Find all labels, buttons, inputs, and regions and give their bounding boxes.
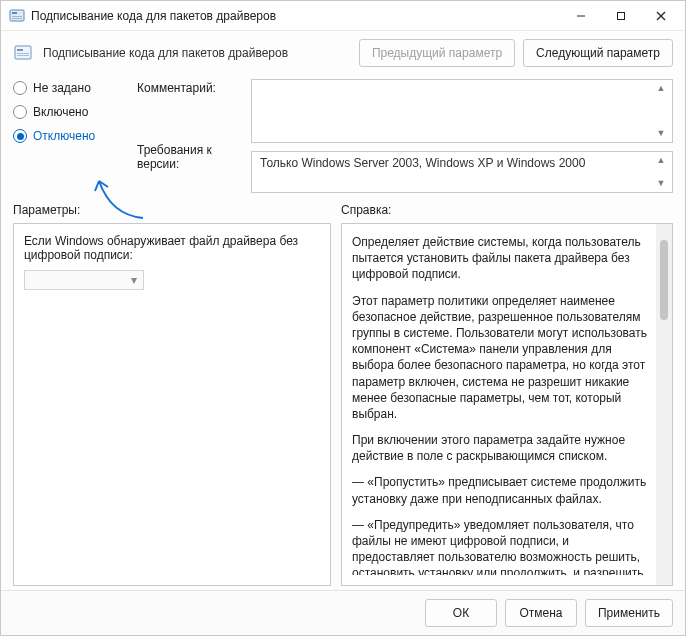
radio-not-configured[interactable]: Не задано <box>13 81 133 95</box>
supported-label: Требования к версии: <box>137 143 247 171</box>
options-pane: Если Windows обнаруживает файл драйвера … <box>13 223 331 586</box>
close-button[interactable] <box>641 2 681 30</box>
maximize-button[interactable] <box>601 2 641 30</box>
help-paragraph: — «Пропустить» предписывает системе прод… <box>352 474 648 506</box>
help-paragraph: При включении этого параметра задайте ну… <box>352 432 648 464</box>
svg-rect-1 <box>12 12 17 14</box>
svg-rect-0 <box>10 10 24 21</box>
help-pane: Определяет действие системы, когда польз… <box>341 223 673 586</box>
svg-rect-2 <box>12 16 22 17</box>
nav-buttons: Предыдущий параметр Следующий параметр <box>359 39 673 67</box>
svg-rect-10 <box>17 53 29 54</box>
field-labels-column: Комментарий: Требования к версии: <box>137 79 247 171</box>
svg-rect-5 <box>618 12 625 19</box>
apply-button[interactable]: Применить <box>585 599 673 627</box>
content-panes: Если Windows обнаруживает файл драйвера … <box>1 221 685 590</box>
options-section-label: Параметры: <box>13 203 80 217</box>
radio-dot-icon <box>13 81 27 95</box>
state-radio-group: Не задано Включено Отключено <box>13 79 133 143</box>
supported-on-text: Только Windows Server 2003, Windows XP и… <box>260 156 585 170</box>
window-controls <box>561 2 681 30</box>
scrollbar-thumb[interactable] <box>660 240 668 320</box>
svg-rect-11 <box>17 55 29 56</box>
radio-dot-icon <box>13 105 27 119</box>
help-paragraph: Этот параметр политики определяет наимен… <box>352 293 648 423</box>
help-section-label: Справка: <box>341 203 391 217</box>
radio-disabled[interactable]: Отключено <box>13 129 133 143</box>
previous-setting-button[interactable]: Предыдущий параметр <box>359 39 515 67</box>
help-text: Определяет действие системы, когда польз… <box>352 234 662 575</box>
cancel-button[interactable]: Отмена <box>505 599 577 627</box>
help-paragraph: Определяет действие системы, когда польз… <box>352 234 648 283</box>
policy-editor-window: Подписывание кода для пакетов драйверов … <box>0 0 686 636</box>
supported-on-box: Только Windows Server 2003, Windows XP и… <box>251 151 673 193</box>
radio-label: Не задано <box>33 81 91 95</box>
radio-enabled[interactable]: Включено <box>13 105 133 119</box>
next-setting-button[interactable]: Следующий параметр <box>523 39 673 67</box>
field-values-column: ▲▼ Только Windows Server 2003, Windows X… <box>251 79 673 193</box>
scroll-indicator: ▲▼ <box>654 84 668 138</box>
radio-label: Включено <box>33 105 88 119</box>
policy-title: Подписывание кода для пакетов драйверов <box>43 46 349 60</box>
options-prompt: Если Windows обнаруживает файл драйвера … <box>24 234 320 262</box>
options-dropdown[interactable]: ▾ <box>24 270 144 290</box>
app-icon <box>9 8 25 24</box>
minimize-button[interactable] <box>561 2 601 30</box>
comment-label: Комментарий: <box>137 81 247 95</box>
top-config-area: Не задано Включено Отключено Комментарий… <box>1 75 685 193</box>
svg-rect-8 <box>15 46 31 59</box>
chevron-down-icon: ▾ <box>131 273 137 287</box>
ok-button[interactable]: ОК <box>425 599 497 627</box>
help-scrollbar[interactable] <box>656 224 672 585</box>
dialog-footer: ОК Отмена Применить <box>1 590 685 635</box>
header-row: Подписывание кода для пакетов драйверов … <box>1 31 685 75</box>
policy-icon <box>13 43 33 63</box>
help-paragraph: — «Предупредить» уведомляет пользователя… <box>352 517 648 575</box>
titlebar: Подписывание кода для пакетов драйверов <box>1 1 685 31</box>
radio-dot-icon <box>13 129 27 143</box>
svg-rect-9 <box>17 49 23 51</box>
radio-label: Отключено <box>33 129 95 143</box>
scroll-indicator: ▲▼ <box>654 156 668 188</box>
svg-rect-3 <box>12 18 22 19</box>
window-title: Подписывание кода для пакетов драйверов <box>31 9 561 23</box>
comment-textarea[interactable]: ▲▼ <box>251 79 673 143</box>
section-labels: Параметры: Справка: <box>1 193 685 221</box>
